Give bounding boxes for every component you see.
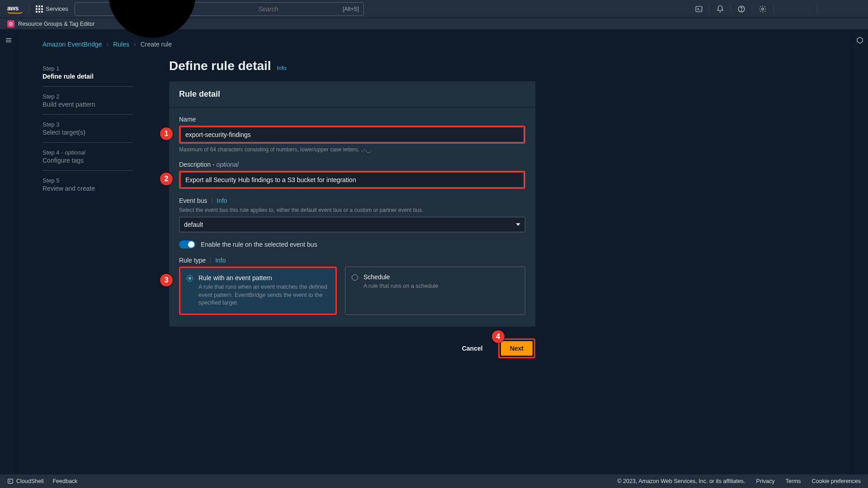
description-input[interactable]	[180, 172, 524, 188]
annotation-4: 4	[492, 330, 505, 343]
resource-groups-icon	[7, 20, 14, 28]
radio-icon	[187, 275, 193, 282]
rule-type-event-pattern[interactable]: Rule with an event pattern A rule that r…	[180, 268, 335, 314]
event-bus-select[interactable]: default	[179, 217, 525, 232]
next-button[interactable]: Next	[500, 341, 533, 356]
annotation-1: 1	[160, 127, 173, 140]
radio-icon	[352, 274, 358, 281]
chevron-right-icon: ›	[134, 41, 136, 48]
info-link[interactable]: Info	[277, 65, 287, 71]
global-search[interactable]: [Alt+S]	[75, 2, 364, 16]
svg-point-7	[10, 23, 12, 24]
global-footer: CloudShell Feedback © 2023, Amazon Web S…	[0, 474, 868, 488]
step-label: Configure tags	[42, 157, 133, 164]
rule-type-label: Rule typeInfo	[179, 257, 525, 264]
info-link[interactable]: Info	[217, 197, 227, 204]
step-4[interactable]: Step 4 - optional Configure tags	[42, 143, 133, 171]
breadcrumb-eventbridge[interactable]: Amazon EventBridge	[42, 41, 102, 48]
notifications-icon[interactable]	[710, 0, 731, 18]
copyright: © 2023, Amazon Web Services, Inc. or its…	[617, 478, 745, 484]
cloudshell-link[interactable]: CloudShell	[7, 478, 43, 484]
field-rule-type: 3 Rule typeInfo Rule with an event patte…	[179, 257, 525, 315]
radio-title: Rule with an event pattern	[198, 274, 329, 282]
step-label: Review and create	[42, 185, 133, 192]
services-menu[interactable]: Services	[36, 5, 68, 13]
hamburger-icon	[5, 36, 13, 44]
wizard-actions: Cancel 4 Next	[169, 338, 535, 358]
enable-rule-toggle[interactable]	[179, 240, 195, 249]
global-header: aws Services [Alt+S]	[0, 0, 868, 18]
wizard-steps: Step 1 Define rule detail Step 2 Build e…	[42, 59, 133, 198]
cookie-preferences-link[interactable]: Cookie preferences	[812, 478, 861, 484]
info-link[interactable]: Info	[215, 257, 226, 264]
header-utility-icons	[689, 0, 861, 18]
account-menu[interactable]	[817, 0, 861, 18]
favorite-item[interactable]: Resource Groups & Tag Editor	[18, 21, 94, 27]
step-label: Select target(s)	[42, 129, 133, 136]
search-input[interactable]	[257, 5, 339, 13]
services-label: Services	[46, 5, 68, 12]
name-hint: Maximum of 64 characters consisting of n…	[179, 146, 525, 153]
grid-icon	[36, 5, 43, 13]
chevron-right-icon: ›	[107, 41, 109, 48]
settings-icon[interactable]	[752, 0, 773, 18]
step-label: Build event pattern	[42, 101, 133, 108]
name-input[interactable]	[180, 127, 524, 142]
rule-type-schedule[interactable]: Schedule A rule that runs on a schedule	[345, 267, 525, 315]
step-number: Step 1	[42, 65, 133, 72]
field-enable-toggle: Enable the rule on the selected event bu…	[179, 240, 525, 249]
event-bus-label: Event busInfo	[179, 197, 525, 204]
step-number: Step 2	[42, 93, 133, 100]
description-label: Description - optional	[179, 161, 525, 168]
hexagon-icon	[856, 36, 864, 44]
event-bus-hint: Select the event bus this rule applies t…	[179, 207, 525, 213]
step-5[interactable]: Step 5 Review and create	[42, 171, 133, 198]
name-label: Name	[179, 116, 525, 123]
step-2[interactable]: Step 2 Build event pattern	[42, 87, 133, 115]
field-name: 1 Name Maximum of 64 characters consisti…	[179, 116, 525, 153]
feedback-link[interactable]: Feedback	[52, 478, 77, 484]
panel-title: Rule detail	[169, 81, 535, 108]
terms-link[interactable]: Terms	[786, 478, 801, 484]
help-icon[interactable]	[731, 0, 752, 18]
step-3[interactable]: Step 3 Select target(s)	[42, 115, 133, 143]
step-label: Define rule detail	[42, 73, 133, 80]
event-bus-value: default	[184, 221, 203, 228]
privacy-link[interactable]: Privacy	[756, 478, 775, 484]
field-description: 2 Description - optional	[179, 161, 525, 189]
breadcrumb: Amazon EventBridge › Rules › Create rule	[42, 41, 811, 48]
caret-down-icon	[516, 223, 520, 226]
radio-description: A rule that runs on a schedule	[363, 282, 519, 291]
aws-logo[interactable]: aws	[7, 5, 23, 14]
page-title: Define rule detail	[169, 59, 271, 73]
field-event-bus: Event busInfo Select the event bus this …	[179, 197, 525, 232]
wizard-content: Define rule detail Info Rule detail 1 Na…	[169, 59, 535, 358]
breadcrumb-rules[interactable]: Rules	[113, 41, 129, 48]
step-number: Step 4 - optional	[42, 149, 133, 156]
svg-marker-12	[857, 37, 863, 43]
rule-detail-panel: Rule detail 1 Name Maximum of 64 charact…	[169, 81, 535, 327]
svg-point-6	[762, 8, 764, 10]
cloudshell-icon	[7, 478, 14, 484]
main-content: Amazon EventBridge › Rules › Create rule…	[17, 30, 851, 474]
svg-point-8	[9, 22, 13, 26]
cloudshell-icon[interactable]	[689, 0, 709, 18]
radio-description: A rule that runs when an event matches t…	[198, 283, 329, 307]
step-1[interactable]: Step 1 Define rule detail	[42, 59, 133, 87]
side-nav-toggle[interactable]	[0, 30, 17, 474]
region-selector[interactable]	[774, 0, 817, 18]
annotation-3: 3	[160, 274, 173, 286]
radio-title: Schedule	[363, 273, 519, 281]
svg-point-5	[741, 10, 741, 11]
help-panel-toggle[interactable]	[851, 30, 868, 474]
breadcrumb-current: Create rule	[141, 41, 172, 48]
annotation-2: 2	[160, 173, 173, 185]
search-shortcut: [Alt+S]	[343, 6, 359, 12]
enable-rule-label: Enable the rule on the selected event bu…	[201, 241, 317, 248]
step-number: Step 5	[42, 177, 133, 184]
cancel-button[interactable]: Cancel	[453, 341, 492, 356]
step-number: Step 3	[42, 121, 133, 128]
divider	[29, 4, 29, 14]
